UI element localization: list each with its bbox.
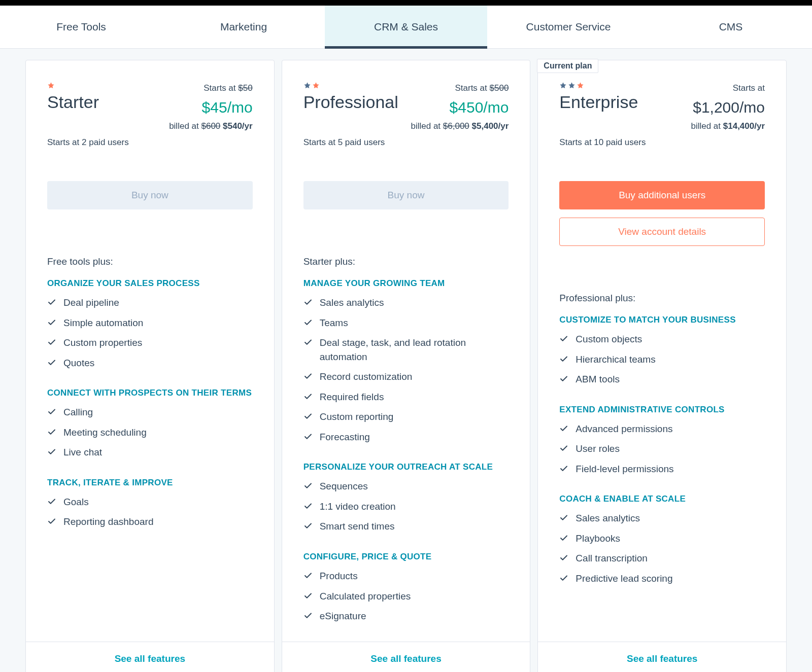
- tab-label: CRM & Sales: [374, 21, 438, 33]
- plan-card-starter: StarterStarts at $50$45/mobilled at $600…: [25, 60, 275, 672]
- feature-item-label: Advanced permissions: [576, 422, 672, 436]
- tab-crm-sales[interactable]: CRM & Sales: [325, 6, 487, 48]
- billed-strike: $600: [201, 121, 220, 131]
- feature-item: Advanced permissions: [559, 422, 765, 436]
- check-icon: [47, 447, 56, 456]
- feature-item: Record customization: [303, 370, 509, 384]
- feature-item: Live chat: [47, 445, 253, 459]
- feature-item-label: Hierarchical teams: [576, 352, 655, 367]
- feature-item: Custom properties: [47, 336, 253, 350]
- feature-item-label: 1:1 video creation: [320, 500, 396, 514]
- check-icon: [559, 574, 568, 583]
- check-icon: [47, 517, 56, 526]
- starts-at-strike: $500: [490, 83, 509, 93]
- tab-free-tools[interactable]: Free Tools: [0, 6, 162, 48]
- feature-item: Sales analytics: [303, 296, 509, 310]
- feature-item: Products: [303, 569, 509, 583]
- view-account-details-button[interactable]: View account details: [559, 218, 765, 246]
- top-chrome-strip: [0, 0, 812, 6]
- star-icon: [47, 82, 55, 89]
- price-area: Starts at$1,200/mobilled at $14,400/yr: [691, 82, 765, 132]
- plus-line: Professional plus:: [559, 293, 765, 304]
- check-icon: [559, 355, 568, 364]
- feature-item-label: Required fields: [320, 390, 384, 404]
- starts-at-label: Starts at: [204, 83, 235, 93]
- star-icon: [568, 82, 576, 89]
- buy-now-button: Buy now: [303, 181, 509, 209]
- feature-item-label: Teams: [320, 316, 348, 330]
- buy-additional-users-button[interactable]: Buy additional users: [559, 181, 765, 209]
- feature-item: ABM tools: [559, 372, 765, 386]
- starts-at-label: Starts at: [455, 83, 487, 93]
- feature-item: Playbooks: [559, 532, 765, 546]
- check-icon: [559, 424, 568, 433]
- feature-item-label: ABM tools: [576, 372, 620, 386]
- paid-users-note: Starts at 5 paid users: [282, 132, 530, 148]
- monthly-price: $450/mo: [411, 96, 509, 119]
- feature-item-label: Record customization: [320, 370, 413, 384]
- tab-label: Free Tools: [56, 21, 106, 33]
- feature-item-label: User roles: [576, 442, 620, 456]
- feature-item-label: Predictive lead scoring: [576, 572, 672, 586]
- feature-section-heading: CONNECT WITH PROSPECTS ON THEIR TERMS: [47, 388, 253, 398]
- plan-title: Professional: [303, 92, 411, 112]
- feature-item: Deal stage, task, and lead rotation auto…: [303, 336, 509, 364]
- tab-customer-service[interactable]: Customer Service: [487, 6, 650, 48]
- check-icon: [559, 374, 568, 383]
- plus-line: Free tools plus:: [47, 256, 253, 267]
- paid-users-note: Starts at 2 paid users: [26, 132, 274, 148]
- feature-section-heading: ORGANIZE YOUR SALES PROCESS: [47, 278, 253, 289]
- feature-item: 1:1 video creation: [303, 500, 509, 514]
- check-icon: [303, 372, 313, 381]
- check-icon: [559, 553, 568, 562]
- see-all-features-link[interactable]: See all features: [282, 642, 530, 672]
- feature-item: Calculated properties: [303, 589, 509, 604]
- feature-item-label: Sales analytics: [320, 296, 384, 310]
- feature-item-label: Calling: [63, 405, 93, 419]
- see-all-features-link[interactable]: See all features: [538, 642, 786, 672]
- billed-annual: $5,400/yr: [472, 121, 509, 131]
- tab-marketing[interactable]: Marketing: [162, 6, 325, 48]
- feature-item: Call transcription: [559, 551, 765, 565]
- feature-item-label: Forecasting: [320, 430, 370, 444]
- feature-item: Deal pipeline: [47, 296, 253, 310]
- check-icon: [303, 318, 313, 327]
- tab-label: CMS: [719, 21, 743, 33]
- check-icon: [559, 444, 568, 453]
- feature-item: eSignature: [303, 609, 509, 623]
- check-icon: [303, 412, 313, 421]
- plus-line: Starter plus:: [303, 256, 509, 267]
- check-icon: [303, 611, 313, 620]
- see-all-features-link[interactable]: See all features: [26, 642, 274, 672]
- feature-item: Teams: [303, 316, 509, 330]
- plan-card-professional: ProfessionalStarts at $500$450/mobilled …: [282, 60, 531, 672]
- check-icon: [303, 571, 313, 580]
- feature-item-label: Custom reporting: [320, 410, 394, 424]
- feature-item: Hierarchical teams: [559, 352, 765, 367]
- feature-item: User roles: [559, 442, 765, 456]
- check-icon: [559, 334, 568, 343]
- feature-item: Meeting scheduling: [47, 426, 253, 440]
- feature-item-label: Live chat: [63, 445, 102, 459]
- plan-card-enterprise: Current planEnterpriseStarts at$1,200/mo…: [537, 60, 787, 672]
- feature-item-label: Goals: [63, 495, 89, 509]
- check-icon: [47, 298, 56, 307]
- feature-item: Sequences: [303, 479, 509, 493]
- feature-item-label: Playbooks: [576, 532, 620, 546]
- feature-item-label: Simple automation: [63, 316, 143, 330]
- star-icon: [312, 82, 320, 89]
- feature-item: Smart send times: [303, 519, 509, 534]
- star-icon: [577, 82, 584, 89]
- feature-item-label: Reporting dashboard: [63, 515, 153, 529]
- tier-stars: [559, 82, 691, 89]
- tier-stars: [303, 82, 411, 89]
- feature-item-label: Deal stage, task, and lead rotation auto…: [320, 336, 509, 364]
- billed-strike: $6,000: [443, 121, 469, 131]
- monthly-price: $45/mo: [169, 96, 253, 119]
- feature-item: Custom reporting: [303, 410, 509, 424]
- feature-item: Calling: [47, 405, 253, 419]
- tab-cms[interactable]: CMS: [650, 6, 812, 48]
- feature-item-label: Calculated properties: [320, 589, 411, 604]
- feature-item: Sales analytics: [559, 511, 765, 525]
- check-icon: [47, 407, 56, 416]
